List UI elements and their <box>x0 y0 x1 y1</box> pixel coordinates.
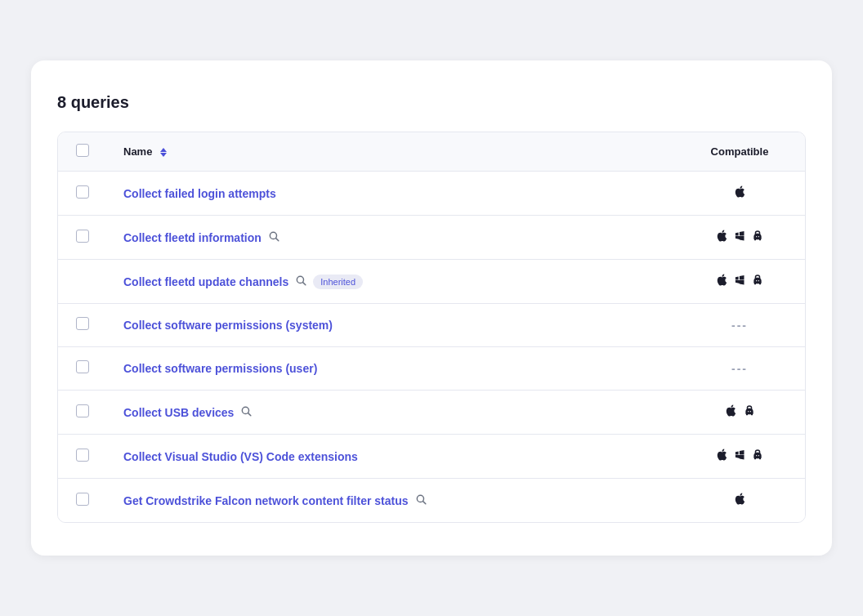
table-row: Collect software permissions (system)--- <box>58 304 805 347</box>
compat-icons <box>691 404 789 421</box>
compat-dashes: --- <box>731 362 748 375</box>
row-name-link[interactable]: Collect Visual Studio (VS) Code extensio… <box>123 450 358 463</box>
row-checkbox[interactable] <box>76 449 89 462</box>
search-icon[interactable] <box>240 405 252 419</box>
svg-line-3 <box>303 283 306 285</box>
row-name-cell: Collect Visual Studio (VS) Code extensio… <box>107 435 674 479</box>
compat-dashes: --- <box>731 319 748 332</box>
row-compat-cell <box>674 172 805 216</box>
compat-icons <box>691 492 789 509</box>
row-compat-cell <box>674 216 805 260</box>
name-cell-content: Collect USB devices <box>123 405 658 419</box>
platform-windows-icon <box>734 230 746 245</box>
sort-arrow-down <box>160 153 167 157</box>
row-name-link[interactable]: Collect failed login attempts <box>123 187 276 200</box>
row-checkbox-cell <box>58 260 107 304</box>
table-row: Collect USB devices <box>58 391 805 435</box>
compat-icons <box>691 185 789 202</box>
row-compat-cell <box>674 479 805 523</box>
row-checkbox[interactable] <box>76 185 89 199</box>
table-row: Collect software permissions (user)--- <box>58 347 805 391</box>
row-checkbox-cell <box>58 391 107 435</box>
row-name-link[interactable]: Collect software permissions (user) <box>123 362 317 375</box>
platform-linux-icon <box>751 449 764 465</box>
header-name-col[interactable]: Name <box>107 132 674 172</box>
platform-linux-icon <box>743 404 756 421</box>
table-row: Get Crowdstrike Falcon network content f… <box>58 479 805 523</box>
sort-icon[interactable] <box>160 148 167 157</box>
row-name-cell: Collect USB devices <box>107 391 674 435</box>
row-compat-cell <box>674 391 805 435</box>
header-compatible-label: Compatible <box>711 145 769 158</box>
platform-apple-icon <box>733 492 747 509</box>
table-header-row: Name Compatible <box>58 132 805 172</box>
header-checkbox-col <box>58 132 107 172</box>
name-cell-content: Collect failed login attempts <box>123 187 658 200</box>
platform-apple-icon <box>715 273 729 290</box>
row-checkbox[interactable] <box>76 360 89 373</box>
platform-windows-icon <box>734 449 746 464</box>
row-checkbox-cell <box>58 347 107 391</box>
name-cell-content: Collect Visual Studio (VS) Code extensio… <box>123 450 658 463</box>
row-name-link[interactable]: Collect USB devices <box>123 406 234 419</box>
table-row: Collect Visual Studio (VS) Code extensio… <box>58 435 805 479</box>
header-compatible-col: Compatible <box>674 132 805 172</box>
row-name-cell: Collect fleetd update channelsInherited <box>107 260 674 304</box>
compat-icons <box>691 273 789 290</box>
row-checkbox[interactable] <box>76 230 89 243</box>
row-name-link[interactable]: Collect fleetd update channels <box>123 275 288 288</box>
row-name-cell: Collect software permissions (user) <box>107 347 674 391</box>
page-title: 8 queries <box>57 93 806 112</box>
name-cell-content: Collect fleetd information <box>123 230 658 244</box>
table-row: Collect fleetd update channelsInherited <box>58 260 805 304</box>
inherited-badge: Inherited <box>313 275 363 289</box>
name-cell-content: Collect software permissions (user) <box>123 362 658 375</box>
row-checkbox-cell <box>58 304 107 347</box>
name-cell-content: Get Crowdstrike Falcon network content f… <box>123 493 658 507</box>
search-icon[interactable] <box>415 493 427 507</box>
platform-apple-icon <box>724 404 738 421</box>
row-checkbox-cell <box>58 479 107 523</box>
queries-table-wrapper: Name Compatible Collect failed login att… <box>57 132 806 523</box>
platform-linux-icon <box>751 230 764 246</box>
sort-arrow-up <box>160 148 167 152</box>
row-name-cell: Collect fleetd information <box>107 216 674 260</box>
row-checkbox-cell <box>58 216 107 260</box>
row-name-link[interactable]: Get Crowdstrike Falcon network content f… <box>123 494 409 507</box>
main-card: 8 queries Name Compatible <box>31 60 832 556</box>
row-name-cell: Collect failed login attempts <box>107 172 674 216</box>
compat-icons <box>691 229 789 246</box>
row-checkbox[interactable] <box>76 317 89 330</box>
table-row: Collect fleetd information <box>58 216 805 260</box>
row-compat-cell: --- <box>674 304 805 347</box>
row-checkbox[interactable] <box>76 404 89 417</box>
svg-line-7 <box>423 502 425 504</box>
search-icon[interactable] <box>268 230 279 244</box>
row-checkbox[interactable] <box>76 493 89 506</box>
row-name-cell: Get Crowdstrike Falcon network content f… <box>107 479 674 523</box>
search-icon[interactable] <box>295 275 306 288</box>
row-name-cell: Collect software permissions (system) <box>107 304 674 347</box>
table-body: Collect failed login attemptsCollect fle… <box>58 172 805 523</box>
platform-apple-icon <box>715 448 729 465</box>
row-name-link[interactable]: Collect software permissions (system) <box>123 319 333 332</box>
platform-apple-icon <box>733 185 747 202</box>
platform-apple-icon <box>715 229 729 246</box>
table-row: Collect failed login attempts <box>58 172 805 216</box>
name-cell-content: Collect fleetd update channelsInherited <box>123 275 658 289</box>
svg-line-5 <box>248 413 251 416</box>
row-checkbox-cell <box>58 172 107 216</box>
platform-windows-icon <box>734 274 746 289</box>
platform-linux-icon <box>751 274 764 290</box>
queries-table: Name Compatible Collect failed login att… <box>58 132 805 522</box>
row-compat-cell <box>674 260 805 304</box>
row-checkbox-cell <box>58 435 107 479</box>
header-checkbox[interactable] <box>76 144 89 157</box>
header-name-label: Name <box>123 145 152 158</box>
row-compat-cell <box>674 435 805 479</box>
row-compat-cell: --- <box>674 347 805 391</box>
svg-line-1 <box>275 239 278 241</box>
compat-icons <box>691 448 789 465</box>
name-cell-content: Collect software permissions (system) <box>123 319 658 332</box>
row-name-link[interactable]: Collect fleetd information <box>123 231 262 244</box>
